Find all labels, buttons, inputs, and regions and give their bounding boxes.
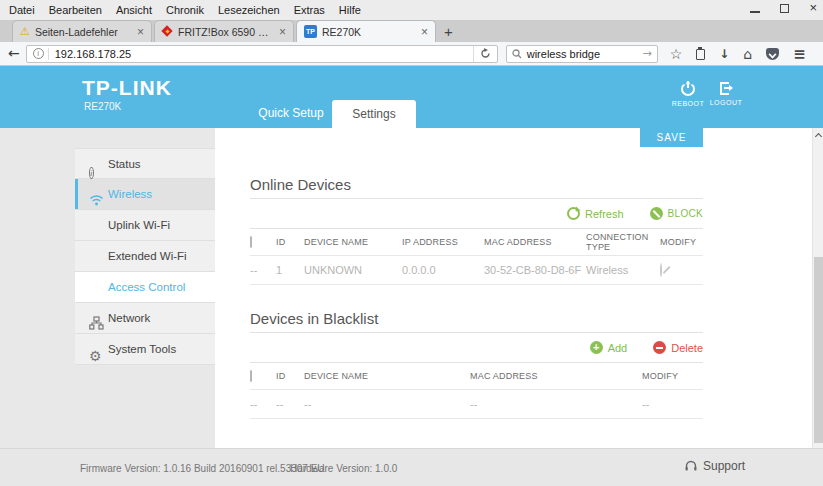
tplink-logo: TP-LINK RE270K: [82, 76, 172, 112]
menu-view[interactable]: Ansicht: [109, 2, 159, 18]
support-link[interactable]: Support: [684, 459, 745, 473]
select-all-checkbox[interactable]: [250, 236, 252, 248]
section-title: Devices in Blacklist: [250, 310, 703, 327]
blacklist-actions: + Add Delete: [250, 333, 703, 363]
sidebar-item-network[interactable]: Network: [75, 303, 215, 334]
close-window-icon[interactable]: ×: [809, 3, 817, 13]
menu-help[interactable]: Hilfe: [332, 2, 368, 18]
logout-icon: [720, 82, 733, 95]
online-devices-section: Online Devices Refresh BLOCK: [250, 176, 703, 285]
support-label: Support: [703, 459, 745, 473]
online-device-row: -- 1 UNKNOWN 0.0.0.0 30-52-CB-80-D8-6F W…: [250, 256, 703, 285]
page-scrollbar[interactable]: [812, 128, 823, 448]
scroll-up-icon[interactable]: [814, 133, 821, 140]
pocket-icon[interactable]: [766, 48, 779, 60]
minimize-icon[interactable]: [750, 11, 760, 13]
firefox-window: Datei Bearbeiten Ansicht Chronik Lesezei…: [0, 0, 823, 486]
reload-button[interactable]: [473, 46, 497, 62]
url-bar[interactable]: i 192.168.178.25: [26, 45, 498, 63]
search-icon: [512, 49, 522, 59]
sidebar-item-status[interactable]: i Status: [75, 148, 215, 179]
tab-fritzbox[interactable]: FRITZ!Box 6590 Cable ×: [154, 20, 294, 42]
sidebar: i Status Wireless Uplink Wi-Fi: [75, 128, 215, 448]
url-text[interactable]: 192.168.178.25: [55, 48, 473, 60]
brand-name: TP-LINK: [82, 76, 172, 100]
col-header-modify: MODIFY: [642, 371, 703, 381]
refresh-label: Refresh: [585, 208, 624, 220]
restore-icon[interactable]: [780, 4, 789, 13]
search-bar[interactable]: wireless bridge →: [506, 45, 658, 63]
tab-close-icon[interactable]: ×: [279, 25, 286, 39]
tab-re270k-active[interactable]: TP RE270K ×: [296, 20, 436, 42]
sidebar-item-access-control[interactable]: Access Control: [75, 272, 215, 303]
add-button[interactable]: + Add: [590, 341, 628, 354]
col-header-mac: MAC ADDRESS: [470, 371, 642, 381]
search-go-icon[interactable]: →: [643, 47, 652, 60]
tplink-favicon: TP: [304, 25, 317, 38]
sidebar-label: Extended Wi-Fi: [108, 250, 187, 262]
block-button[interactable]: BLOCK: [650, 207, 703, 220]
delete-button[interactable]: Delete: [653, 341, 703, 354]
sidebar-label: Status: [108, 158, 141, 170]
warning-icon: ⚠: [20, 26, 30, 37]
save-button[interactable]: SAVE: [640, 128, 703, 147]
col-header-modify: MODIFY: [652, 237, 703, 247]
blacklist-empty-row: -- -- -- -- --: [250, 390, 703, 419]
logout-label: LOGOUT: [704, 99, 748, 106]
sidebar-label: System Tools: [108, 343, 176, 355]
bookmarks-clipboard-icon[interactable]: [696, 49, 705, 60]
col-header-device-name: DEVICE NAME: [304, 237, 402, 247]
scrollbar-thumb[interactable]: [814, 257, 823, 443]
headset-icon: [684, 459, 698, 473]
blacklist-section: Devices in Blacklist + Add Delete: [250, 310, 703, 419]
main-content: SAVE Online Devices Refresh BLOCK: [215, 128, 812, 448]
menu-tools[interactable]: Extras: [287, 2, 332, 18]
block-device-icon[interactable]: [660, 263, 662, 277]
nav-tab-settings-active[interactable]: Settings: [332, 100, 416, 128]
nav-tab-quick-setup[interactable]: Quick Setup: [250, 106, 332, 120]
home-icon[interactable]: ⌂: [743, 46, 752, 62]
cell-modify: [652, 264, 703, 276]
add-icon: +: [590, 341, 603, 354]
refresh-button[interactable]: Refresh: [567, 207, 624, 220]
col-header-ip: IP ADDRESS: [402, 237, 484, 247]
gear-icon: ⚙: [89, 348, 102, 364]
menu-bookmarks[interactable]: Lesezeichen: [211, 2, 287, 18]
site-info-icon[interactable]: i: [33, 48, 44, 59]
delete-label: Delete: [671, 342, 703, 354]
cell-ip: 0.0.0.0: [402, 264, 484, 276]
online-devices-header-row: ID DEVICE NAME IP ADDRESS MAC ADDRESS CO…: [250, 229, 703, 256]
col-header-mac: MAC ADDRESS: [484, 237, 586, 247]
sidebar-item-uplink-wifi[interactable]: Uplink Wi-Fi: [75, 210, 215, 241]
tab-close-icon[interactable]: ×: [137, 25, 144, 39]
cell-select: --: [250, 264, 276, 276]
col-header-id: ID: [276, 237, 304, 247]
new-tab-button[interactable]: +: [438, 23, 461, 42]
downloads-icon[interactable]: ↓: [719, 47, 729, 61]
menu-file[interactable]: Datei: [2, 2, 42, 18]
cell-connection-type: Wireless: [586, 264, 652, 276]
menu-edit[interactable]: Bearbeiten: [42, 2, 109, 18]
back-icon[interactable]: ←: [6, 45, 26, 63]
tab-close-icon[interactable]: ×: [421, 25, 428, 39]
power-icon: [681, 82, 695, 96]
col-header-id: ID: [276, 371, 304, 381]
window-controls: ×: [750, 3, 817, 13]
browser-navbar: ← i 192.168.178.25 wireless bridge → ☆: [0, 42, 823, 66]
cell-modify: --: [642, 398, 703, 410]
sidebar-item-extended-wifi[interactable]: Extended Wi-Fi: [75, 241, 215, 272]
tab-page-load-error[interactable]: ⚠ Seiten-Ladefehler ×: [12, 20, 152, 42]
menu-history[interactable]: Chronik: [159, 2, 211, 18]
firmware-version: Firmware Version: 1.0.16 Build 20160901 …: [80, 463, 325, 474]
select-all-checkbox[interactable]: [250, 370, 252, 382]
tab-title: RE270K: [322, 26, 416, 38]
menu-hamburger-icon[interactable]: ≡: [793, 45, 806, 63]
sidebar-item-wireless[interactable]: Wireless: [75, 179, 215, 210]
search-value[interactable]: wireless bridge: [527, 48, 643, 60]
sidebar-item-system-tools[interactable]: ⚙ System Tools: [75, 334, 215, 365]
logout-button[interactable]: LOGOUT: [704, 82, 748, 106]
block-icon: [650, 207, 663, 220]
bookmark-star-icon[interactable]: ☆: [670, 46, 683, 62]
col-header-connection-type: CONNECTION TYPE: [586, 232, 652, 252]
cell-mac: --: [470, 398, 642, 410]
